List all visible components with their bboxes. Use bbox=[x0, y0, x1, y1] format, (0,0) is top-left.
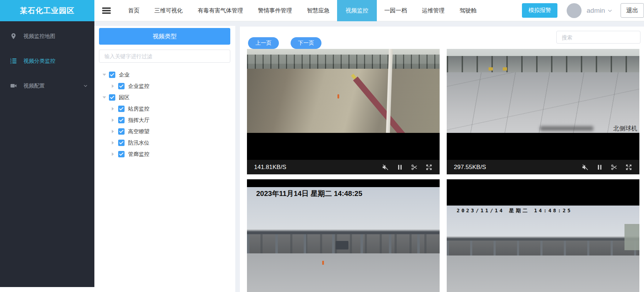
tree-node-command-hall[interactable]: 指挥大厅 bbox=[99, 114, 230, 126]
player-control-bar: 297.55KB/S bbox=[447, 160, 639, 174]
nav-item-3d[interactable]: 三维可视化 bbox=[147, 0, 190, 21]
caret-down-icon[interactable] bbox=[103, 74, 106, 76]
top-navbar: 首页 三维可视化 有毒有害气体管理 警情事件管理 智慧应急 视频监控 一园一档 … bbox=[94, 0, 644, 21]
simulate-alarm-button[interactable]: 模拟报警 bbox=[522, 3, 557, 18]
sidebar-item-video-map[interactable]: 视频监控地图 bbox=[0, 26, 94, 46]
sidebar: 某石化工业园区 视频监控地图 123 视频分类监控 视频配置 bbox=[0, 0, 94, 287]
caret-right-icon[interactable] bbox=[112, 152, 114, 156]
video-cell-3[interactable]: 2023年11月14日 星期二 14:48:25 bbox=[247, 179, 440, 292]
chevron-down-icon bbox=[83, 83, 88, 88]
video-type-tree: 企业 企业监控 园区 站房监控 指挥大厅 高空瞭望 bbox=[99, 69, 230, 160]
app-title: 某石化工业园区 bbox=[0, 0, 94, 21]
timestamp-overlay: 2023年11月14日 星期二 14:48:25 bbox=[256, 189, 362, 198]
video-camera-icon bbox=[10, 82, 17, 89]
caret-right-icon[interactable] bbox=[112, 107, 114, 111]
tree-node-high-altitude[interactable]: 高空瞭望 bbox=[99, 126, 230, 137]
fullscreen-icon[interactable] bbox=[425, 164, 433, 171]
video-cell-2[interactable]: 北侧球机 297.55KB/S bbox=[447, 49, 639, 174]
tree-node-enterprise[interactable]: 企业 bbox=[99, 69, 230, 80]
mute-icon[interactable] bbox=[582, 164, 589, 171]
tree-node-label[interactable]: 园区 bbox=[119, 94, 130, 101]
sidebar-item-video-classified[interactable]: 123 视频分类监控 bbox=[0, 51, 94, 71]
tree-node-checkbox[interactable] bbox=[118, 117, 125, 123]
tree-node-checkbox[interactable] bbox=[118, 140, 125, 146]
scissors-icon[interactable] bbox=[611, 164, 618, 171]
tree-node-checkbox[interactable] bbox=[118, 83, 125, 89]
caret-right-icon[interactable] bbox=[112, 84, 114, 88]
caret-down-icon[interactable] bbox=[103, 96, 106, 99]
mute-icon[interactable] bbox=[382, 164, 389, 171]
avatar[interactable] bbox=[567, 3, 582, 18]
tree-node-label[interactable]: 企业监控 bbox=[128, 83, 149, 90]
tree-node-label[interactable]: 企业 bbox=[119, 72, 130, 78]
tree-node-checkbox[interactable] bbox=[109, 72, 115, 78]
tree-node-flood-level[interactable]: 防汛水位 bbox=[99, 137, 230, 148]
player-control-bar: 141.81KB/S bbox=[247, 160, 440, 174]
scissors-icon[interactable] bbox=[411, 164, 418, 171]
nav-item-video-monitor[interactable]: 视频监控 bbox=[337, 0, 377, 21]
pause-icon[interactable] bbox=[596, 164, 603, 171]
chevron-down-icon[interactable] bbox=[607, 8, 613, 13]
tree-node-checkbox[interactable] bbox=[109, 94, 115, 101]
video-frame: 北侧球机 bbox=[447, 49, 639, 133]
fullscreen-icon[interactable] bbox=[625, 164, 632, 171]
tree-node-enterprise-monitor[interactable]: 企业监控 bbox=[99, 80, 230, 92]
video-grid-panel: 上一页 下一页 141.81KB/S 北侧球机 297.55KB/S bbox=[240, 27, 644, 292]
sidebar-item-label: 视频监控地图 bbox=[23, 33, 55, 40]
nav-item-home[interactable]: 首页 bbox=[121, 0, 147, 21]
tree-node-label[interactable]: 站房监控 bbox=[128, 106, 149, 112]
next-page-button[interactable]: 下一页 bbox=[291, 37, 321, 49]
prev-page-button[interactable]: 上一页 bbox=[248, 37, 279, 49]
nav-item-park-archive[interactable]: 一园一档 bbox=[377, 0, 414, 21]
nav-item-smart-emergency[interactable]: 智慧应急 bbox=[299, 0, 337, 21]
tree-node-label[interactable]: 管廊监控 bbox=[128, 151, 149, 158]
svg-text:3: 3 bbox=[10, 62, 12, 64]
caret-right-icon[interactable] bbox=[112, 141, 114, 145]
tree-node-label[interactable]: 防汛水位 bbox=[128, 140, 149, 146]
tree-node-label[interactable]: 指挥大厅 bbox=[128, 117, 149, 124]
nav-item-alarm-events[interactable]: 警情事件管理 bbox=[251, 0, 299, 21]
video-type-header-button[interactable]: 视频类型 bbox=[99, 28, 230, 45]
tree-node-station-room[interactable]: 站房监控 bbox=[99, 103, 230, 114]
bitrate-label: 297.55KB/S bbox=[454, 164, 486, 171]
tree-node-label[interactable]: 高空瞭望 bbox=[128, 128, 149, 135]
sidebar-item-label: 视频分类监控 bbox=[23, 58, 55, 64]
video-frame: 2023/11/14 星期二 14:48:25 bbox=[447, 206, 639, 292]
tree-node-park[interactable]: 园区 bbox=[99, 92, 230, 103]
video-frame: 2023年11月14日 星期二 14:48:25 bbox=[247, 187, 440, 292]
nav-item-cockpit[interactable]: 驾驶舱 bbox=[452, 0, 484, 21]
tree-node-pipe-gallery[interactable]: 管廊监控 bbox=[99, 148, 230, 160]
sidebar-item-video-config[interactable]: 视频配置 bbox=[0, 76, 94, 96]
timestamp-overlay: 2023/11/14 星期二 14:48:25 bbox=[457, 208, 572, 214]
video-type-panel: 视频类型 企业 企业监控 园区 站房监控 指挥大厅 bbox=[94, 26, 235, 292]
sidebar-item-label: 视频配置 bbox=[23, 83, 45, 89]
caret-right-icon[interactable] bbox=[112, 118, 114, 122]
pause-icon[interactable] bbox=[396, 164, 403, 171]
video-cell-4[interactable]: 2023/11/14 星期二 14:48:25 bbox=[447, 179, 639, 292]
tree-node-checkbox[interactable] bbox=[118, 128, 125, 135]
map-pin-icon bbox=[10, 33, 17, 40]
user-name[interactable]: admin bbox=[587, 7, 605, 15]
nav-item-ops-management[interactable]: 运维管理 bbox=[414, 0, 452, 21]
sidebar-footer-space bbox=[0, 287, 94, 292]
caret-right-icon[interactable] bbox=[112, 130, 114, 133]
nav-item-toxic-gas[interactable]: 有毒有害气体管理 bbox=[190, 0, 251, 21]
numbered-list-icon: 123 bbox=[10, 57, 17, 64]
logout-button[interactable]: 退出 bbox=[621, 3, 644, 18]
video-frame bbox=[247, 49, 440, 133]
tree-node-checkbox[interactable] bbox=[118, 106, 125, 112]
search-input[interactable] bbox=[556, 31, 640, 44]
tree-node-checkbox[interactable] bbox=[118, 151, 125, 157]
hamburger-icon[interactable] bbox=[102, 7, 111, 14]
tree-filter-input[interactable] bbox=[99, 50, 230, 63]
video-cell-1[interactable]: 141.81KB/S bbox=[247, 49, 440, 174]
camera-name-overlay: 北侧球机 bbox=[613, 124, 637, 133]
bitrate-label: 141.81KB/S bbox=[254, 164, 286, 171]
